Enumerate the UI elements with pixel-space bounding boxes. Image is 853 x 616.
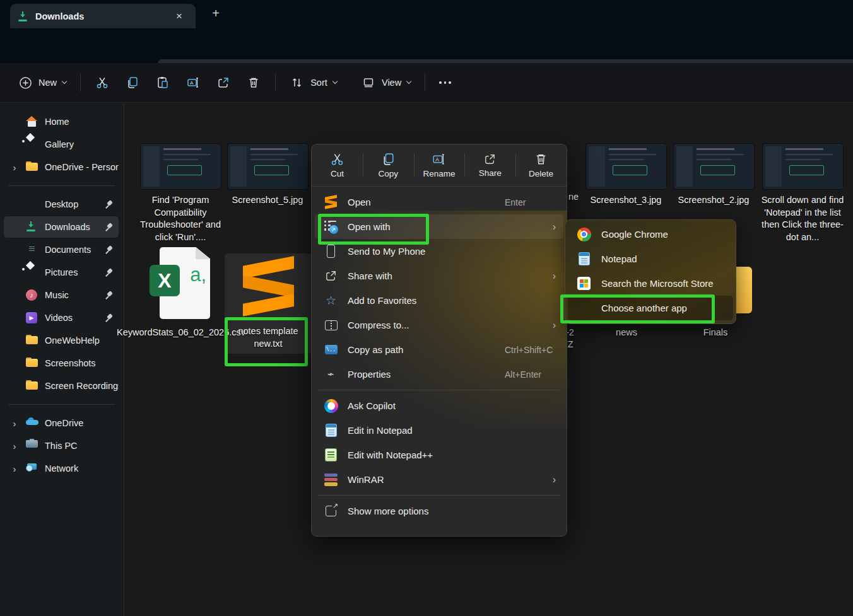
menu-item-edit-in-notepad[interactable]: Edit in Notepad (315, 418, 563, 443)
file-name: Find 'Program Compatibility Troubleshoot… (138, 194, 223, 243)
expander-chevron-icon[interactable]: › (10, 162, 19, 173)
new-button[interactable]: New (10, 70, 74, 95)
microsoft-store-icon (577, 277, 591, 290)
quick-action-label: Cut (331, 169, 344, 178)
menu-item-share-with[interactable]: Share with› (315, 264, 563, 288)
file-tile[interactable]: Scroll down and find 'Notepad' in the li… (760, 144, 845, 243)
sidebar-item-onedrive[interactable]: ›OneDrive (4, 412, 119, 434)
submenu-item-search-the-microsoft-store[interactable]: Search the Microsoft Store (568, 271, 733, 296)
file-tile[interactable]: Screenshot_5.jpg (225, 144, 310, 207)
menu-item-edit-with-notepad-[interactable]: Edit with Notepad++ (315, 443, 563, 467)
sidebar-item-documents[interactable]: Documents (4, 239, 119, 260)
file-name-finals[interactable]: Finals (687, 327, 744, 337)
file-tile-csv[interactable]: Xa,KeywordStats_06_02_2026.csv (139, 247, 223, 339)
submenu-item-label: Notepad (601, 253, 637, 264)
menu-item-open-with[interactable]: ↗Open with› (315, 214, 563, 239)
notepad-plus-plus-icon (325, 448, 337, 462)
tab-downloads[interactable]: Downloads × (10, 4, 196, 28)
partial-file-label: ne (568, 191, 579, 203)
phone-icon (327, 245, 335, 258)
quick-action-label: Rename (423, 169, 455, 178)
rename-button[interactable]: A (178, 70, 208, 95)
screenshot-thumbnail (141, 144, 221, 189)
sidebar-item-label: Screenshots (45, 358, 119, 368)
file-tile[interactable]: Screenshot_3.jpg (584, 144, 668, 207)
copy-quick-action[interactable]: Copy (363, 144, 414, 186)
menu-item-label: Send to My Phone (348, 246, 556, 257)
submenu-item-choose-another-app[interactable]: Choose another app (568, 296, 733, 320)
sublime-text-icon (239, 259, 297, 317)
file-tile[interactable]: Screenshot_2.jpg (671, 144, 756, 207)
paste-button[interactable] (148, 70, 178, 95)
expander-chevron-icon[interactable]: › (10, 418, 19, 429)
menu-item-label: Open with (348, 221, 553, 232)
share-button[interactable] (208, 70, 238, 95)
menu-item-ask-copilot[interactable]: Ask Copilot (315, 393, 563, 418)
cut-quick-action[interactable]: Cut (312, 144, 363, 186)
tab-close-icon[interactable]: × (170, 10, 188, 23)
new-tab-button[interactable]: + (207, 6, 225, 21)
submenu-item-notepad[interactable]: Notepad (568, 247, 733, 271)
sidebar-item-desktop[interactable]: Desktop (4, 194, 119, 215)
tab-title: Downloads (35, 11, 170, 21)
menu-item-properties[interactable]: ⌁PropertiesAlt+Enter (315, 362, 563, 386)
copy-button[interactable] (117, 70, 148, 95)
menu-item-show-more-options[interactable]: Show more options (315, 499, 563, 523)
sort-button[interactable]: Sort (282, 70, 344, 95)
google-chrome-icon (577, 228, 591, 241)
rename-icon: A (185, 75, 201, 90)
more-options-button[interactable] (432, 70, 459, 95)
share-quick-action[interactable]: Share (464, 144, 515, 186)
sidebar-item-pictures[interactable]: Pictures (4, 262, 119, 283)
svg-text:A: A (190, 80, 194, 86)
cut-icon (95, 75, 110, 90)
command-toolbar: New A Sort View (0, 63, 853, 103)
file-name-news[interactable]: news (598, 327, 655, 337)
sidebar-item-onewebhelp[interactable]: OneWebHelp (4, 330, 119, 351)
sublime-text-icon (324, 195, 338, 209)
title-bar: Downloads × + (0, 0, 853, 28)
downloads-icon (26, 221, 36, 231)
toolbar-divider (275, 74, 276, 91)
menu-item-copy-as-path[interactable]: \..Copy as pathCtrl+Shift+C (315, 337, 563, 362)
sidebar-item-onedrive-persona[interactable]: ›OneDrive - Persona (4, 156, 119, 178)
sidebar-item-this-pc[interactable]: ›This PC (4, 435, 119, 456)
menu-separator (319, 495, 560, 496)
sidebar-item-screen-recordings[interactable]: Screen Recordings (4, 375, 119, 397)
sidebar-item-gallery[interactable]: Gallery (4, 134, 119, 155)
sidebar-item-downloads[interactable]: Downloads (4, 216, 119, 238)
screenshot-thumbnail (674, 144, 754, 189)
submenu-item-label: Google Chrome (601, 229, 668, 240)
quick-action-label: Delete (529, 169, 553, 178)
cut-button[interactable] (87, 70, 117, 95)
file-tile-notes-template[interactable]: notes template new.txt (226, 259, 310, 350)
sidebar-item-screenshots[interactable]: Screenshots (4, 352, 119, 374)
menu-item-add-to-favorites[interactable]: ☆Add to Favorites (315, 288, 563, 313)
sidebar-item-network[interactable]: ›Network (4, 458, 119, 479)
menu-item-winrar[interactable]: WinRAR› (315, 467, 563, 492)
show-more-icon (326, 506, 336, 516)
menu-item-open[interactable]: OpenEnter (315, 190, 563, 214)
sidebar-item-videos[interactable]: ▶Videos (4, 307, 119, 328)
delete-quick-action[interactable]: Delete (515, 144, 567, 186)
sidebar-item-home[interactable]: Home (4, 111, 119, 132)
file-tile[interactable]: Find 'Program Compatibility Troubleshoot… (138, 144, 223, 243)
menu-item-compress-to-[interactable]: Compress to...› (315, 313, 563, 337)
menu-item-label: WinRAR (348, 474, 553, 485)
copy-icon (125, 75, 140, 90)
expander-chevron-icon[interactable]: › (10, 441, 19, 451)
new-button-label: New (38, 78, 57, 88)
chevron-right-icon: › (553, 270, 556, 282)
submenu-item-google-chrome[interactable]: Google Chrome (568, 222, 733, 247)
copy-icon (381, 152, 396, 166)
cut-icon (330, 152, 344, 166)
rename-quick-action[interactable]: ARename (414, 144, 465, 186)
menu-item-label: Add to Favorites (348, 295, 556, 306)
menu-item-send-to-my-phone[interactable]: Send to My Phone (315, 239, 563, 264)
sidebar-item-music[interactable]: ♪Music (4, 284, 119, 306)
navigation-sidebar: HomeGallery›OneDrive - PersonaDesktopDow… (0, 103, 124, 616)
chevron-down-icon (62, 79, 68, 84)
delete-button[interactable] (238, 70, 269, 95)
view-button[interactable]: View (353, 70, 418, 95)
expander-chevron-icon[interactable]: › (10, 463, 19, 474)
